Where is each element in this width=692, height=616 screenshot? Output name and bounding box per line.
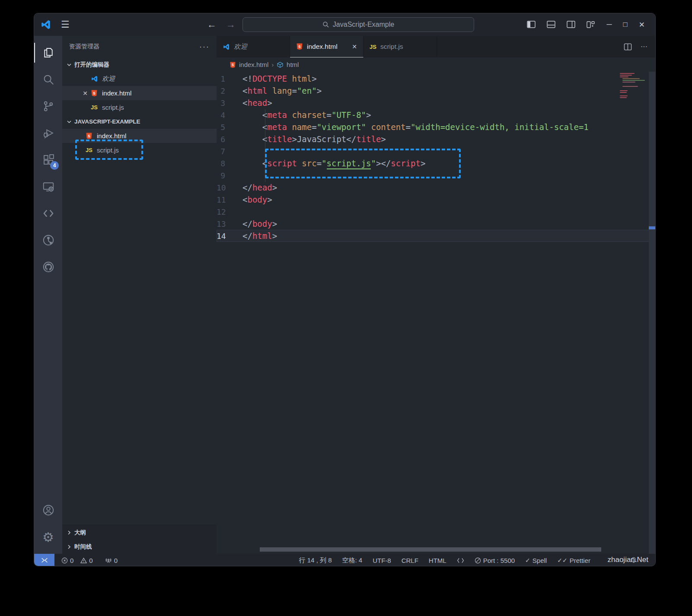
explorer-icon[interactable] [34,39,62,66]
symbol-cube-icon [277,61,284,68]
customize-layout-icon[interactable] [587,20,595,29]
html5-file-icon: 5 [90,89,99,97]
close-button[interactable]: ✕ [639,20,645,29]
code-text: <html lang="en"> [242,86,322,95]
code-line[interactable]: 4 <meta charset="UTF-8"> [217,109,655,121]
split-editor-icon[interactable] [624,43,632,51]
breadcrumb[interactable]: 5 index.html › html [217,57,655,72]
live-server-port[interactable]: Port : 5500 [475,557,515,564]
tab-welcome[interactable]: 欢迎 [217,36,290,57]
html5-file-icon: 5 [230,61,236,68]
code-text: <meta name="viewport" content="width=dev… [242,122,589,132]
editor-more-actions[interactable]: ··· [641,43,647,51]
problems-warnings[interactable]: 0 [80,557,92,564]
line-number: 5 [217,123,242,132]
toggle-secondary-sidebar-icon[interactable] [567,20,575,29]
code-text: <!DOCTYPE html> [242,74,317,83]
code-line[interactable]: 6 <title>JavaScript</title> [217,133,655,145]
code-line[interactable]: 14</html> [217,230,655,242]
breadcrumb-file[interactable]: index.html [239,61,268,68]
tab-index-html[interactable]: 5 index.html ✕ [290,36,364,57]
code-line[interactable]: 7 [217,145,655,157]
menu-icon[interactable]: ☰ [61,19,70,30]
source-control-icon[interactable] [34,93,62,120]
chevron-right-icon [66,543,73,550]
problems-errors[interactable]: 0 [61,557,73,564]
brackets-icon[interactable] [457,557,464,564]
forwarded-ports[interactable]: 0 [105,557,118,564]
minimize-button[interactable]: ─ [606,20,612,29]
line-number: 13 [217,219,242,229]
github-icon[interactable] [34,254,62,280]
code-area[interactable]: 1<!DOCTYPE html>2<html lang="en">3<head>… [217,72,655,554]
command-center-search[interactable]: JavaScript-Example [242,17,474,32]
code-line[interactable]: 10</head> [217,181,655,194]
tree-item-index-html[interactable]: 5 index.html [62,129,217,143]
forward-icon[interactable]: → [226,19,236,30]
overview-ruler[interactable] [649,72,655,554]
minimap[interactable] [617,72,649,554]
cursor-position[interactable]: 行 14 , 列 8 [299,556,332,565]
code-line[interactable]: 11<body> [217,194,655,206]
timeline-section[interactable]: 时间线 [62,540,217,554]
tree-item-script-js[interactable]: JS script.js [62,143,217,157]
open-editor-index-html[interactable]: ✕ 5 index.html [62,86,217,100]
html5-file-icon: 5 [85,132,93,140]
close-icon[interactable]: ✕ [352,43,357,50]
eol-sequence[interactable]: CRLF [402,557,418,564]
back-icon[interactable]: ← [207,19,217,30]
code-line[interactable]: 13</body> [217,218,655,230]
chevron-right-icon [66,529,73,536]
remote-explorer-icon[interactable] [34,173,62,200]
search-sidebar-icon[interactable] [34,66,62,93]
extensions-icon[interactable]: 4 [34,146,62,173]
code-line[interactable]: 8 <script src="script.js"></script> [217,157,655,169]
tab-script-js[interactable]: JS script.js [364,36,437,57]
breadcrumb-symbol[interactable]: html [287,61,299,68]
code-text: <script src="script.js"></script> [242,159,425,168]
account-icon[interactable] [34,497,62,524]
line-number: 12 [217,207,242,216]
tab-bar: 欢迎 5 index.html ✕ JS script.js ··· [217,36,655,57]
project-folder-header[interactable]: JAVASCRIPT-EXAMPLE [62,114,217,129]
code-graph-icon[interactable] [34,227,62,254]
code-text: <meta charset="UTF-8"> [242,110,371,120]
status-bar: 0 0 0 行 14 , 列 8 空格: 4 UTF-8 CRLF HTML P… [34,554,655,566]
toggle-sidebar-icon[interactable] [527,20,536,29]
error-icon [61,557,68,564]
broadcast-icon [105,557,112,564]
indent-guide [265,109,265,182]
indentation[interactable]: 空格: 4 [342,556,362,565]
maximize-button[interactable]: □ [623,20,627,29]
line-number: 7 [217,147,242,156]
code-line[interactable]: 12 [217,206,655,218]
code-line[interactable]: 2<html lang="en"> [217,85,655,97]
horizontal-scrollbar[interactable] [260,547,601,552]
code-line[interactable]: 5 <meta name="viewport" content="width=d… [217,121,655,133]
sidebar-more-actions[interactable]: ··· [199,42,210,51]
line-number: 4 [217,111,242,120]
svg-text:5: 5 [298,44,300,49]
code-line[interactable]: 3<head> [217,97,655,109]
code-text: <head> [242,98,272,108]
run-and-debug-icon[interactable] [34,120,62,146]
encoding[interactable]: UTF-8 [373,557,391,564]
live-server-icon[interactable] [34,200,62,227]
settings-gear-icon[interactable]: ⚙ [34,524,62,550]
explorer-sidebar: 资源管理器 ··· 打开的编辑器 欢迎 ✕ 5 index.html [62,36,217,554]
open-editor-script-js[interactable]: JS script.js [62,100,217,114]
open-editors-header[interactable]: 打开的编辑器 [62,57,217,72]
code-line[interactable]: 9 [217,169,655,181]
spell-checker[interactable]: ✓ Spell [525,557,547,564]
prettier-formatter[interactable]: ✓✓ Prettier [557,557,590,564]
toggle-panel-icon[interactable] [547,20,555,29]
vscode-logo-icon [40,19,51,30]
watermark: zhaojian.Net [607,556,648,564]
remote-indicator[interactable] [34,554,54,566]
outline-section[interactable]: 大纲 [62,525,217,540]
code-line[interactable]: 1<!DOCTYPE html> [217,73,655,85]
close-icon[interactable]: ✕ [80,90,90,97]
language-mode[interactable]: HTML [429,557,446,564]
open-editor-welcome[interactable]: 欢迎 [62,72,217,86]
search-value: JavaScript-Example [333,21,394,29]
